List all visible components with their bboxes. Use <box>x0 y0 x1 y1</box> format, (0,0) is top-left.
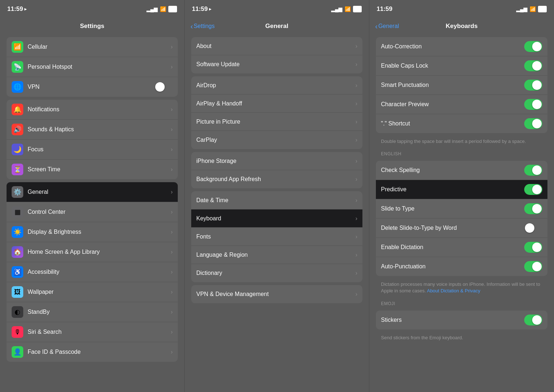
settings-content-1[interactable]: 📶 Cellular › 📡 Personal Hotspot › 🌐 VPN … <box>0 34 184 392</box>
row-accessibility[interactable]: ♿ Accessibility › <box>7 262 178 282</box>
row-screentime[interactable]: ⏳ Screen Time › <box>7 160 178 179</box>
row-faceid[interactable]: 👤 Face ID & Passcode › <box>7 342 178 362</box>
back-chevron-3: ‹ <box>375 22 378 31</box>
bgrefresh-chevron: › <box>356 176 357 183</box>
row-iphonestorage[interactable]: iPhone Storage › <box>191 152 362 170</box>
battery-3: 48 <box>538 6 547 12</box>
status-time-2: 11:59 ▸ <box>192 5 211 13</box>
display-chevron: › <box>171 229 173 235</box>
predictive-label: Predictive <box>381 186 524 193</box>
row-general[interactable]: ⚙️ General › <box>7 182 178 202</box>
row-cellular[interactable]: 📶 Cellular › <box>7 37 178 57</box>
row-wallpaper[interactable]: 🖼 Wallpaper › <box>7 282 178 302</box>
cellular-label: Cellular <box>28 44 171 50</box>
homescreen-chevron: › <box>171 249 173 255</box>
row-vpn[interactable]: 🌐 VPN <box>7 77 178 97</box>
row-carplay[interactable]: CarPlay › <box>191 131 362 149</box>
row-airdrop[interactable]: AirDrop › <box>191 76 362 95</box>
nav-header-2: ‹ Settings General <box>185 18 369 34</box>
vpn-toggle[interactable] <box>154 81 173 92</box>
wifi-icon-1: 📶 <box>160 6 166 12</box>
row-language[interactable]: Language & Region › <box>191 246 362 264</box>
screentime-label: Screen Time <box>28 166 171 173</box>
section-vpndevice: VPN & Device Management › <box>191 285 362 303</box>
siri-label: Siri & Search <box>28 329 171 335</box>
row-pip[interactable]: Picture in Picture › <box>191 113 362 131</box>
row-slidetotype[interactable]: Slide to Type <box>376 199 547 219</box>
row-fonts[interactable]: Fonts › <box>191 228 362 246</box>
checkspelling-toggle[interactable] <box>524 165 542 176</box>
row-datetime[interactable]: Date & Time › <box>191 191 362 209</box>
row-keyboard[interactable]: Keyboard › <box>191 209 362 228</box>
row-about[interactable]: About › <box>191 37 362 55</box>
periodshortcut-toggle[interactable] <box>524 118 542 129</box>
pip-chevron: › <box>356 119 357 125</box>
row-enablecapslock[interactable]: Enable Caps Lock <box>376 56 547 76</box>
row-stickers[interactable]: Stickers <box>376 311 547 329</box>
enablecapslock-toggle[interactable] <box>524 60 542 71</box>
notifications-chevron: › <box>171 106 173 113</box>
slidetotype-toggle[interactable] <box>524 203 542 214</box>
row-smartpunctuation[interactable]: Smart Punctuation <box>376 76 547 95</box>
row-softwareupdate[interactable]: Software Update › <box>191 55 362 73</box>
keyboards-content[interactable]: Auto-Correction Enable Caps Lock Smart P… <box>369 34 554 392</box>
section-about: About › Software Update › <box>191 37 362 73</box>
row-vpndevice[interactable]: VPN & Device Management › <box>191 285 362 303</box>
autopunctuation-toggle[interactable] <box>524 261 542 272</box>
enabledictation-toggle[interactable] <box>524 242 542 253</box>
hotspot-icon: 📡 <box>12 61 23 73</box>
row-focus[interactable]: 🌙 Focus › <box>7 140 178 160</box>
row-characterpreview[interactable]: Character Preview <box>376 95 547 114</box>
characterpreview-toggle[interactable] <box>524 99 542 110</box>
row-notifications[interactable]: 🔔 Notifications › <box>7 100 178 120</box>
screentime-icon: ⏳ <box>12 164 23 175</box>
back-to-settings[interactable]: ‹ Settings <box>190 22 214 31</box>
accessibility-icon: ♿ <box>12 266 23 278</box>
row-sounds[interactable]: 🔊 Sounds & Haptics › <box>7 120 178 140</box>
row-airplay[interactable]: AirPlay & Handoff › <box>191 95 362 113</box>
focus-label: Focus <box>28 146 171 153</box>
section-general: ⚙️ General › ▦ Control Center › ☀️ Displ… <box>7 182 178 362</box>
section-emoji: Stickers <box>376 311 547 329</box>
row-checkspelling[interactable]: Check Spelling <box>376 161 547 180</box>
row-autocorrection[interactable]: Auto-Correction <box>376 37 547 56</box>
carplay-label: CarPlay <box>196 137 356 143</box>
dictionary-chevron: › <box>356 270 357 276</box>
stickers-label: Stickers <box>381 317 524 323</box>
row-predictive[interactable]: Predictive <box>376 180 547 199</box>
status-time-3: 11:59 <box>377 5 392 13</box>
predictive-toggle[interactable] <box>524 184 542 195</box>
language-chevron: › <box>356 252 357 258</box>
row-hotspot[interactable]: 📡 Personal Hotspot › <box>7 57 178 77</box>
row-standby[interactable]: ◐ StandBy › <box>7 302 178 322</box>
row-dictionary[interactable]: Dictionary › <box>191 264 362 282</box>
section-datetime: Date & Time › Keyboard › Fonts › Languag… <box>191 191 362 282</box>
row-bgrefresh[interactable]: Background App Refresh › <box>191 170 362 188</box>
stickers-toggle[interactable] <box>524 315 542 325</box>
section-label-emoji: EMOJI <box>376 298 547 308</box>
row-display[interactable]: ☀️ Display & Brightness › <box>7 222 178 242</box>
carplay-chevron: › <box>356 137 357 143</box>
battery-1: 48 <box>168 6 177 12</box>
smartpunctuation-toggle[interactable] <box>524 80 542 91</box>
row-periodshortcut[interactable]: "." Shortcut <box>376 114 547 133</box>
location-icon-2: ▸ <box>209 7 211 12</box>
row-deleteslide[interactable]: Delete Slide-to-Type by Word <box>376 219 547 238</box>
row-controlcenter[interactable]: ▦ Control Center › <box>7 202 178 222</box>
autocorrection-toggle[interactable] <box>524 41 542 52</box>
smartpunctuation-label: Smart Punctuation <box>381 82 524 88</box>
faceid-chevron: › <box>171 349 173 355</box>
row-enabledictation[interactable]: Enable Dictation <box>376 238 547 257</box>
row-homescreen[interactable]: 🏠 Home Screen & App Library › <box>7 242 178 262</box>
dictation-privacy-link[interactable]: About Dictation & Privacy <box>427 288 480 293</box>
faceid-label: Face ID & Passcode <box>28 349 171 355</box>
row-autopunctuation[interactable]: Auto-Punctuation <box>376 257 547 276</box>
general-content[interactable]: About › Software Update › AirDrop › AirP… <box>185 34 369 392</box>
deleteslide-toggle[interactable] <box>524 223 542 233</box>
back-label-2: Settings <box>194 23 215 29</box>
back-to-general[interactable]: ‹ General <box>375 22 399 31</box>
general-icon: ⚙️ <box>12 186 23 198</box>
row-siri[interactable]: 🎙 Siri & Search › <box>7 322 178 342</box>
airdrop-chevron: › <box>356 82 357 89</box>
datetime-chevron: › <box>356 197 357 204</box>
